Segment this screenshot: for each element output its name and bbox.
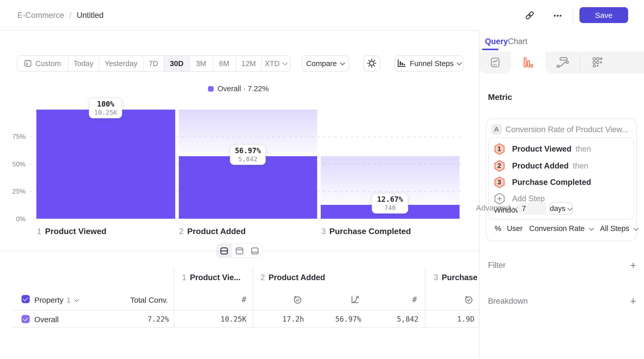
chart-type-flows[interactable]	[545, 51, 580, 73]
breadcrumb-project[interactable]: E-Commerce	[17, 10, 64, 20]
conversion-rate-icon	[350, 295, 360, 304]
range-6m[interactable]: 6M	[213, 56, 236, 71]
chart-settings-button[interactable]	[363, 55, 380, 71]
window-value-input[interactable]	[517, 202, 546, 215]
breadcrumb-separator: /	[69, 10, 72, 20]
chart-type-strip	[479, 51, 644, 73]
property-index: 1	[66, 295, 71, 304]
value-label-step-2: 56.97% 5,842	[230, 144, 266, 165]
cell-step2-avgtime: 17.2h	[253, 315, 304, 323]
value-label-step-3: 12.67% 740	[372, 193, 408, 213]
y-axis-tick-50: 50%	[0, 160, 26, 168]
tab-chart[interactable]: Chart	[508, 34, 527, 49]
range-12m[interactable]: 12M	[236, 56, 262, 71]
bar-segment-converted	[36, 109, 175, 219]
range-3m[interactable]: 3M	[190, 56, 213, 71]
measure-dropdown[interactable]: Conversion Rate	[529, 224, 593, 233]
row-checkbox-overall[interactable]	[21, 315, 29, 323]
range-today[interactable]: Today	[68, 56, 99, 71]
query-sidebar: Query Chart	[479, 30, 644, 359]
funnel-bars-icon	[397, 59, 406, 68]
counting-method[interactable]: User	[507, 224, 523, 233]
page-title[interactable]: Untitled	[77, 10, 103, 20]
range-xtd[interactable]: XTD	[262, 56, 290, 71]
count-icon: #	[242, 295, 246, 304]
metric-icon-cell	[253, 295, 303, 306]
total-conv-header[interactable]: Total Conv.	[102, 295, 168, 304]
conversion-pct: 56.97%	[235, 146, 261, 155]
visualization-label: Funnel Steps	[410, 59, 454, 67]
funnel-step-row-3[interactable]: 3 Purchase Completed	[494, 176, 591, 188]
ellipsis-icon: •••	[554, 12, 562, 19]
percent-icon: %	[495, 224, 501, 233]
metric-card: A Conversion Rate of Product View... 1 P…	[485, 118, 637, 241]
breakdown-section: Breakdown +	[488, 297, 636, 306]
compare-button[interactable]: Compare	[302, 55, 349, 71]
avg-time-icon	[464, 295, 473, 304]
metric-icon-cell: #	[174, 295, 246, 304]
chart-type-retention[interactable]	[580, 51, 644, 73]
copy-link-button[interactable]	[521, 7, 538, 24]
metric-title[interactable]: Conversion Rate of Product View...	[505, 125, 628, 134]
range-30d[interactable]: 30D	[164, 56, 190, 71]
conversion-count: 10.25K	[94, 108, 117, 116]
add-breakdown-button[interactable]: +	[630, 298, 636, 305]
insights-icon	[491, 57, 500, 68]
funnel-bar-step-1[interactable]: 100% 10.25K	[36, 109, 175, 219]
funnel-step-row-2[interactable]: 2 Product Added then	[494, 160, 588, 172]
step-number-badge: 3	[494, 176, 505, 188]
save-button[interactable]: Save	[579, 7, 628, 23]
flows-icon	[557, 57, 569, 68]
conversion-window-row: Window days Advanced	[494, 203, 521, 216]
count-icon: #	[412, 295, 417, 304]
range-custom[interactable]: Custom	[17, 56, 68, 71]
chevron-down-icon	[283, 60, 288, 65]
chevron-down-icon	[634, 226, 639, 231]
y-axis-tick-0: 0%	[0, 215, 26, 223]
cell-step3-avgtime: 1.9D	[425, 315, 474, 323]
layout-chart-only-button[interactable]	[232, 244, 247, 258]
funnel-icon	[523, 57, 534, 68]
window-unit-select[interactable]: days	[549, 202, 573, 215]
table-col-header-step-3[interactable]: 3Purchase Completed	[434, 273, 478, 282]
funnel-bar-step-2[interactable]: 56.97% 5,842	[179, 109, 317, 219]
layout-split-button[interactable]	[217, 244, 232, 258]
table-row-border	[12, 327, 479, 328]
tab-query[interactable]: Query	[485, 34, 508, 49]
property-select-all-checkbox[interactable]	[21, 295, 29, 303]
metric-letter-badge: A	[491, 124, 502, 135]
advanced-toggle[interactable]: Advanced	[476, 203, 517, 212]
metric-icon-cell: #	[367, 295, 417, 304]
calendar-icon	[24, 59, 32, 67]
visualization-selector[interactable]: Funnel Steps	[394, 55, 464, 71]
metric-summary-row: % User Conversion Rate All Steps	[495, 224, 638, 233]
steps-scope-dropdown[interactable]: All Steps	[600, 224, 638, 233]
chevron-down-icon	[589, 226, 594, 231]
metric-icon-cell	[425, 295, 473, 306]
y-axis-tick-25: 25%	[0, 187, 26, 195]
chart-legend[interactable]: Overall · 7.22%	[0, 85, 476, 93]
chart-type-funnel[interactable]	[511, 51, 545, 73]
layout-table-only-button[interactable]	[247, 244, 262, 258]
filter-label: Filter	[488, 261, 506, 270]
table-col-header-step-1[interactable]: 1Product Vie...	[182, 273, 248, 282]
layout-toggle	[216, 243, 263, 258]
metric-section-heading: Metric	[488, 93, 512, 102]
funnel-step-row-1[interactable]: 1 Product Viewed then	[494, 143, 591, 155]
table-header-border	[12, 310, 479, 310]
top-header: E-Commerce / Untitled ••• Save	[0, 0, 644, 31]
range-7d[interactable]: 7D	[143, 56, 164, 71]
range-yesterday[interactable]: Yesterday	[99, 56, 143, 71]
chart-type-insights[interactable]	[479, 51, 511, 73]
funnel-bar-step-3[interactable]: 12.67% 740	[321, 109, 459, 219]
chevron-down-icon	[513, 205, 518, 210]
conversion-count: 5,842	[235, 155, 261, 163]
property-selector[interactable]: Property 1	[34, 295, 78, 304]
conversion-count: 740	[377, 204, 403, 211]
breadcrumb: E-Commerce / Untitled	[17, 0, 103, 30]
add-filter-button[interactable]: +	[630, 262, 636, 269]
table-col-header-step-2[interactable]: 2Product Added	[261, 273, 419, 282]
chevron-down-icon	[74, 297, 79, 302]
more-menu-button[interactable]: •••	[549, 7, 567, 24]
cell-total-conv: 7.22%	[102, 315, 169, 323]
